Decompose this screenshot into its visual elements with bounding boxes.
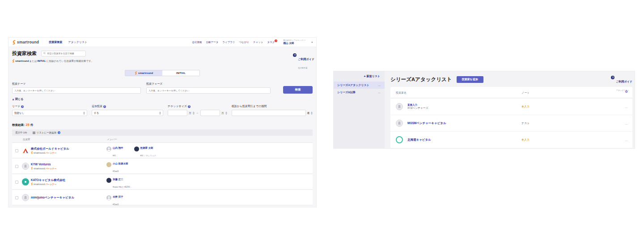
row-checkbox[interactable] [15,196,18,199]
nav-ledger-data[interactable]: 台帳データ [206,41,219,44]
member: 小山 投資太郎#SaaS [106,162,128,174]
unit-man: 万 [221,112,224,115]
help-icon[interactable]: ? [58,131,60,134]
toggle-smartround[interactable]: smartround [125,70,162,76]
help-icon[interactable]: ? [188,105,191,108]
more-menu-icon[interactable]: … [378,84,381,86]
results-number: 25 [25,123,30,127]
member-name-link[interactable]: 山内 翔平 [113,147,123,150]
page-body: 投資家検索 ? ご利用ガイド 投資家検索 smartround または INIT… [8,50,316,206]
more-menu-icon[interactable]: … [625,105,628,108]
nav-library[interactable]: ライブラリ [222,41,235,44]
phase-input[interactable] [146,87,271,94]
investor-name-link[interactable]: MGSMベンチャーキャピタル [407,121,446,125]
table-row[interactable]: 北海道キャピタル 未入力 … [390,131,632,148]
partner-label: パートナー [45,183,56,186]
utility-nav: 会社情報 台帳データ ライブラリ つながり チャット タスク 1 株式会社サンプ… [192,39,313,45]
investor-logo [22,178,29,185]
results-table-header: 投資家 メンバー [12,136,313,143]
stepper-arrows-icon[interactable] [193,112,195,115]
filter-period: 相談から投資実行までの期間 週 [232,104,313,116]
partner-label: パートナー [45,151,56,155]
bulk-add-to-list-button[interactable]: リストに一括追加 ? [33,131,61,134]
more-menu-icon[interactable]: … [625,138,628,142]
nav-attack-list[interactable]: アタックリスト [68,40,87,44]
row-checkbox[interactable] [15,149,18,152]
theme-input[interactable] [12,87,141,94]
results-count: 検索結果: 25 件 [12,123,313,127]
list-nav: シリーズAアタックリスト … シリーズB以降 … [334,82,385,96]
nav-investor-search[interactable]: 投資家検索 [49,40,62,44]
member-name-link[interactable]: 投資家 太郎 [140,147,157,150]
investor-name-link[interactable]: mimijumoベンチャーキャピタル [31,196,74,199]
investor-name-link[interactable]: 株式会社ボールドキャピタル [31,147,69,151]
app-header: smartround 投資家検索 アタックリスト 会社情報 台帳データ ライブラ… [8,38,316,47]
usage-guide-link[interactable]: ? ご利用ガイド 投資家検索 [293,53,314,70]
investor-name-link[interactable]: XYZベンチャーズ [407,107,428,110]
avatar [134,147,139,151]
investor-logo [22,194,29,201]
ticket-min-input[interactable] [168,110,187,116]
ticket-max-input[interactable] [200,110,220,116]
nav-connections[interactable]: つながり [239,41,249,44]
note-rest: に登録されている投資家が検索対象です。 [47,60,94,63]
table-row[interactable]: MGSMベンチャーキャピタル テスト … [390,115,632,131]
row-checkbox[interactable] [15,181,18,184]
collapse-filters-link[interactable]: ∧ 閉じる [12,97,23,101]
member-name-link[interactable]: 加藤 正二 [113,178,132,181]
table-row[interactable]: KATOキャピタル株式会社 未入力 … [390,148,632,149]
attack-list-window: + 新規リスト シリーズAアタックリスト … シリーズB以降 … シリーズAアタ… [333,71,635,149]
smartround-partner-badge: smartround パートナー [31,151,69,154]
follow-select[interactable]: する [92,110,163,116]
search-icon [43,52,46,55]
table-row[interactable]: KATOキャピタル株式会社 smartround パートナー 加藤 正二#saa… [12,174,313,190]
table-row[interactable]: 株式会社ボールドキャピタル smartround パートナー 山内 翔平#AI…… [12,143,313,159]
search-input[interactable] [47,52,84,55]
help-icon[interactable]: ? [21,105,24,108]
period-label: 相談から投資実行までの期間 [232,104,313,108]
avatar [106,162,111,167]
member: 山内 翔平#AI… [106,147,123,159]
chevron-down-icon[interactable]: ▾ [311,41,313,43]
row-checkbox[interactable] [15,165,18,168]
filter-phase: 投資フェーズ [146,82,271,94]
more-menu-icon[interactable]: … [378,91,381,94]
table-row[interactable]: mimijumoベンチャーキャピタル 水野 洋子#SaaS [12,190,313,206]
plus-icon: + [364,75,365,78]
investor-name-search[interactable] [41,51,86,56]
smartround-partner-badge: smartround パートナー [31,182,65,185]
stepper-arrows-icon[interactable] [225,112,227,115]
nav-chat[interactable]: チャット [253,41,263,44]
search-button[interactable]: 検索 [283,86,313,94]
add-investor-button[interactable]: 投資家を追加 [457,76,483,83]
sidebar-item-series-a[interactable]: シリーズAアタックリスト … [334,82,385,89]
user-menu[interactable]: 株式会社サンプルカンパニー 桃山 太郎 [283,39,305,45]
lead-select[interactable]: 指定なし [12,110,87,116]
note-value[interactable]: テスト [521,121,530,125]
note-value[interactable]: 未入力 [521,105,530,109]
investor-name-link[interactable]: KATOキャピタル株式会社 [31,178,65,182]
column-investor-name: 投資家名 [396,91,407,95]
member-tags: #saas #株主 #ERM… [113,186,132,188]
note-value[interactable]: 未入力 [521,138,530,142]
new-list-button[interactable]: + 新規リスト [334,74,385,78]
table-row[interactable]: KYW Ventures smartround パートナー 小山 投資太郎#Sa… [12,159,313,174]
nav-tasks[interactable]: タスク 1 [267,41,275,44]
more-menu-icon[interactable]: … [625,122,628,125]
question-icon: ? [611,76,614,79]
sidebar-item-series-b[interactable]: シリーズB以降 … [334,89,385,96]
toggle-initial[interactable]: INITIAL [162,70,200,76]
investor-name-link[interactable]: 北海道キャピタル [407,138,431,142]
help-icon[interactable]: ? [103,105,106,108]
lead-value: 指定なし [14,112,24,115]
table-row[interactable]: 直接入力 XYZベンチャーズ 未入力 … [390,98,632,115]
smartround-logo[interactable]: smartround [12,40,39,45]
member-name-link[interactable]: 水野 洋子 [113,195,123,198]
stepper-arrows-icon[interactable] [311,112,313,115]
nav-company-info[interactable]: 会社情報 [192,41,202,44]
period-input[interactable] [232,110,306,116]
search-scope-note: smartround または INITIAL に登録されている投資家が検索対象で… [12,59,313,63]
member-name-link[interactable]: 小山 投資太郎 [113,162,128,165]
investor-name-link[interactable]: KYW Ventures [31,163,57,166]
gear-icon[interactable]: ⚙ [625,90,628,94]
